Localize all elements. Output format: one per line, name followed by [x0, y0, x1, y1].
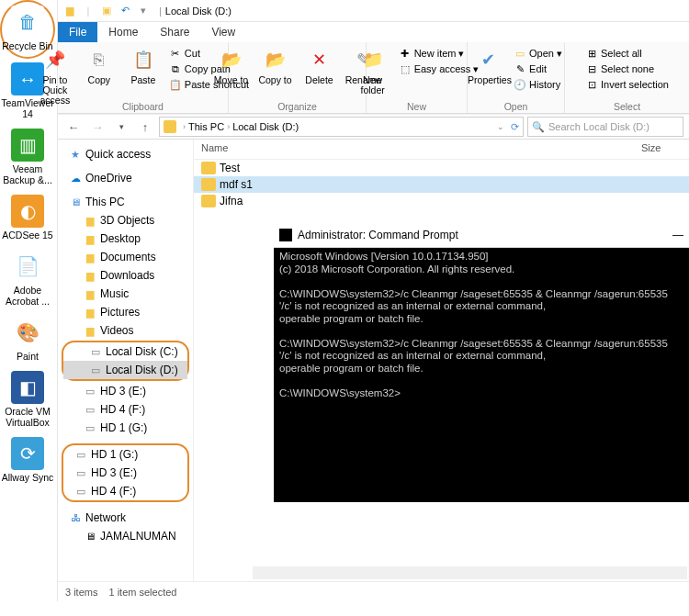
- new-item-icon: ✚: [399, 48, 412, 61]
- properties-icon[interactable]: ▣: [98, 3, 115, 19]
- column-name[interactable]: Name: [194, 140, 634, 159]
- tab-file[interactable]: File: [58, 22, 97, 42]
- ribbon: 📌Pin to Quick access ⎘Copy 📋Paste ✂Cut ⧉…: [58, 42, 689, 114]
- cmd-titlebar[interactable]: Administrator: Command Prompt —: [274, 222, 689, 248]
- address-bar: ← → ▾ ↑ › This PC › Local Disk (D:) ⌄ ⟳ …: [58, 114, 689, 140]
- select-all-icon: ⊞: [585, 48, 598, 61]
- nav-network-computer[interactable]: 🖥JAMALNUMAN: [58, 527, 193, 545]
- allway-sync-icon: ⟳: [11, 437, 44, 470]
- pin-to-quick-access-button[interactable]: 📌Pin to Quick access: [35, 44, 75, 106]
- drive-icon: ▭: [74, 448, 87, 461]
- folder-icon: ▆: [84, 232, 96, 245]
- folder-icon: ▆: [84, 269, 96, 282]
- desktop-icon-paint[interactable]: 🎨 Paint: [0, 312, 55, 367]
- cut-icon: ✂: [169, 48, 182, 61]
- nav-hd1-g[interactable]: ▭HD 1 (G:): [58, 419, 193, 437]
- delete-button[interactable]: ✕Delete: [299, 44, 340, 85]
- nav-local-disk-c[interactable]: ▭Local Disk (C:): [63, 342, 187, 361]
- new-folder-button[interactable]: 📁New folder: [353, 44, 393, 95]
- column-size[interactable]: Size: [634, 140, 689, 159]
- drive-icon: [164, 120, 176, 133]
- tab-home[interactable]: Home: [97, 22, 149, 42]
- nav-videos[interactable]: ▆Videos: [58, 321, 193, 340]
- folder-icon: [201, 178, 216, 191]
- breadcrumb[interactable]: › This PC › Local Disk (D:) ⌄ ⟳: [159, 117, 524, 137]
- select-all-button[interactable]: ⊞Select all: [583, 46, 671, 62]
- copy-button[interactable]: ⎘Copy: [79, 44, 119, 85]
- nav-documents[interactable]: ▆Documents: [58, 248, 193, 266]
- invert-selection-button[interactable]: ⊡Invert selection: [583, 77, 671, 93]
- nav-quick-access[interactable]: ★Quick access: [58, 145, 193, 163]
- nav-downloads[interactable]: ▆Downloads: [58, 266, 193, 285]
- nav-this-pc[interactable]: 🖥This PC: [58, 193, 193, 211]
- file-row-jifna[interactable]: Jifna: [194, 193, 689, 209]
- drive-icon: ▭: [89, 345, 102, 358]
- nav-hd4-f-2[interactable]: ▭HD 4 (F:): [63, 482, 187, 500]
- cmd-output[interactable]: Microsoft Windows [Version 10.0.17134.95…: [274, 248, 689, 402]
- nav-desktop[interactable]: ▆Desktop: [58, 230, 193, 248]
- nav-hd3-e[interactable]: ▭HD 3 (E:): [58, 382, 193, 400]
- desktop-icon-acdsee[interactable]: ◐ ACDSee 15: [0, 191, 55, 246]
- desktop-icon-virtualbox[interactable]: ◧ Oracle VM VirtualBox: [0, 367, 55, 433]
- desktop-icon-allway-sync[interactable]: ⟳ Allway Sync: [0, 433, 55, 488]
- file-row-mdfs1[interactable]: mdf s1: [194, 176, 689, 193]
- drive-icon: ▭: [84, 385, 96, 398]
- recent-button[interactable]: ▾: [111, 117, 131, 137]
- desktop-icon-veeam[interactable]: ▥ Veeam Backup &...: [0, 125, 55, 191]
- title-separator: |: [159, 6, 162, 17]
- refresh-icon[interactable]: ⟳: [511, 121, 519, 133]
- search-input[interactable]: 🔍 Search Local Disk (D:): [527, 117, 683, 137]
- new-folder-icon: 📁: [359, 46, 387, 73]
- qat-dropdown-icon[interactable]: ▾: [135, 3, 152, 19]
- star-icon: ★: [69, 148, 82, 161]
- nav-onedrive[interactable]: ☁OneDrive: [58, 169, 193, 187]
- history-icon: 🕘: [514, 79, 526, 92]
- folder-icon: ▆: [62, 3, 78, 19]
- recycle-bin-icon: 🗑: [11, 6, 44, 39]
- open-icon: ▭: [514, 48, 526, 61]
- chevron-down-icon[interactable]: ⌄: [497, 122, 504, 131]
- chevron-right-icon: ›: [183, 122, 186, 131]
- veeam-icon: ▥: [11, 129, 44, 162]
- qat-sep-icon: |: [80, 3, 96, 19]
- window-title: Local Disk (D:): [165, 6, 232, 17]
- select-none-button[interactable]: ⊟Select none: [583, 62, 671, 77]
- folder-icon: ▆: [84, 251, 96, 263]
- nav-local-disk-d[interactable]: ▭Local Disk (D:): [63, 361, 187, 379]
- tab-share[interactable]: Share: [149, 22, 200, 42]
- history-button[interactable]: 🕘History: [512, 77, 564, 93]
- folder-icon: ▆: [84, 306, 96, 319]
- forward-button[interactable]: →: [87, 117, 107, 137]
- drive-icon: ▭: [84, 421, 96, 434]
- undo-icon[interactable]: ↶: [117, 3, 133, 19]
- nav-network[interactable]: 🖧Network: [58, 509, 193, 527]
- up-button[interactable]: ↑: [135, 117, 155, 137]
- group-label-select: Select: [565, 101, 689, 112]
- desktop-icon-acrobat[interactable]: 📄 Adobe Acrobat ...: [0, 246, 55, 312]
- invert-selection-icon: ⊡: [585, 79, 598, 92]
- nav-hd3-e-2[interactable]: ▭HD 3 (E:): [63, 464, 187, 482]
- pin-icon: 📌: [41, 46, 69, 73]
- horizontal-scrollbar[interactable]: [253, 566, 687, 579]
- nav-3d-objects[interactable]: ▆3D Objects: [58, 211, 193, 230]
- edit-button[interactable]: ✎Edit: [512, 62, 564, 77]
- back-button[interactable]: ←: [63, 117, 84, 137]
- properties-button[interactable]: ✔Properties: [468, 44, 508, 85]
- move-to-button[interactable]: 📂Move to: [211, 44, 252, 85]
- paste-button[interactable]: 📋Paste: [123, 44, 164, 85]
- file-row-test[interactable]: Test: [194, 160, 689, 176]
- nav-music[interactable]: ▆Music: [58, 285, 193, 303]
- tab-view[interactable]: View: [200, 22, 246, 42]
- status-selected-count: 1 item selected: [108, 587, 176, 598]
- nav-hd1-g-2[interactable]: ▭HD 1 (G:): [63, 445, 187, 464]
- nav-hd4-f[interactable]: ▭HD 4 (F:): [58, 400, 193, 419]
- group-label-clipboard: Clipboard: [58, 101, 228, 112]
- minimize-button[interactable]: —: [672, 229, 683, 241]
- nav-pictures[interactable]: ▆Pictures: [58, 303, 193, 321]
- copy-to-button[interactable]: 📂Copy to: [255, 44, 296, 85]
- column-header: Name Size: [194, 140, 689, 160]
- open-button[interactable]: ▭Open ▾: [512, 46, 564, 62]
- titlebar: ▆ | ▣ ↶ ▾ | Local Disk (D:): [58, 0, 689, 22]
- paste-shortcut-icon: 📋: [169, 79, 182, 92]
- group-label-organize: Organize: [229, 101, 366, 112]
